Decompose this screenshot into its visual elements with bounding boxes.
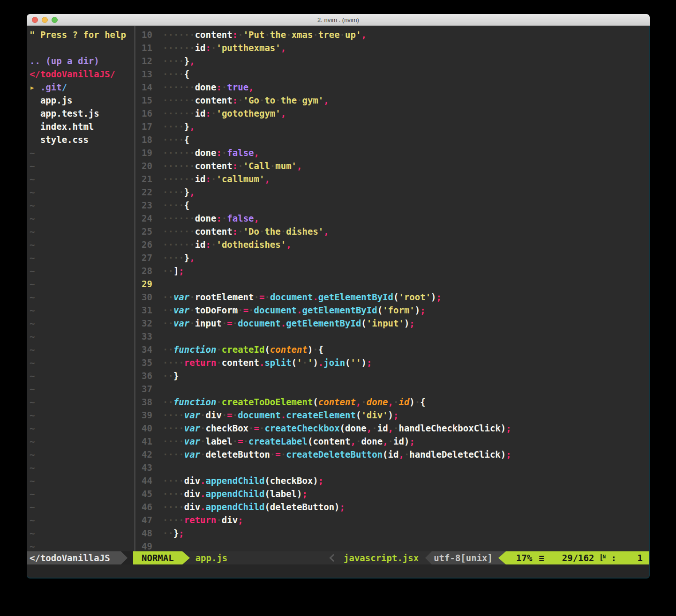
tree-row: ~ — [30, 356, 134, 369]
tree-row: ~ — [30, 290, 134, 304]
line-number: 28 — [135, 264, 152, 277]
code-line-38[interactable]: 38··function·createToDoElement(content,·… — [135, 395, 649, 408]
column-number: 1 — [638, 551, 643, 564]
line-number: 41 — [135, 435, 152, 448]
line-number: 17 — [135, 120, 152, 133]
code-line-41[interactable]: 41····var·label·=·createLabel(content,·d… — [135, 435, 649, 448]
code-line-19[interactable]: 19······done:·false, — [135, 146, 649, 159]
code-line-25[interactable]: 25······content:·'Do·the·dishes', — [135, 225, 649, 238]
code-line-40[interactable]: 40····var·checkBox·=·createCheckbox(done… — [135, 422, 649, 435]
tree-row: ~ — [30, 304, 134, 317]
code-line-12[interactable]: 12····}, — [135, 54, 649, 67]
tree-row: ~ — [30, 264, 134, 277]
code-line-24[interactable]: 24······done:·false, — [135, 212, 649, 225]
line-number: 38 — [135, 395, 152, 408]
code-line-27[interactable]: 27····}, — [135, 251, 649, 264]
powerline-arrow-icon — [425, 551, 432, 564]
code-line-45[interactable]: 45····div.appendChild(label); — [135, 487, 649, 500]
code-line-18[interactable]: 18····{ — [135, 133, 649, 146]
code-line-43[interactable]: 43 — [135, 461, 649, 474]
statusline-encoding: utf-8[unix] — [432, 551, 498, 564]
line-number: 16 — [135, 107, 152, 120]
tree-item[interactable]: ▸ .git/ — [30, 81, 134, 94]
tree-row: ~ — [30, 527, 134, 540]
tree-row: ~ — [30, 225, 134, 238]
code-line-26[interactable]: 26······id:·'dothedishes', — [135, 238, 649, 251]
tree-row: ~ — [30, 330, 134, 343]
tree-row: ~ — [30, 422, 134, 435]
statusline-position: 17% ≡ 29/162 ⌊N : 1 — [506, 551, 649, 564]
tree-row: " Press ? for help — [30, 28, 134, 41]
powerline-arrow-icon — [498, 551, 506, 564]
code-line-32[interactable]: 32··var·input·=·document.getElementById(… — [135, 317, 649, 330]
nerdtree-file-explorer: " Press ? for help.. (up a dir)</todoVan… — [27, 26, 134, 551]
tree-item[interactable]: index.html — [30, 120, 134, 133]
tree-row: ~ — [30, 435, 134, 448]
code-line-42[interactable]: 42····var·deleteButton·=·createDeleteBut… — [135, 448, 649, 461]
line-number: 33 — [135, 330, 152, 343]
line-number: 23 — [135, 199, 152, 212]
cursor-position: 29/162 — [562, 551, 594, 564]
line-number: 31 — [135, 304, 152, 317]
code-buffer[interactable]: 10······content:·'Put·the·xmas·tree·up',… — [135, 26, 649, 551]
tree-row: ~ — [30, 369, 134, 382]
code-line-21[interactable]: 21······id:·'callmum', — [135, 172, 649, 186]
code-line-48[interactable]: 48··}; — [135, 527, 649, 540]
mode-indicator: NORMAL — [133, 551, 182, 564]
line-number: 42 — [135, 448, 152, 461]
code-line-22[interactable]: 22····}, — [135, 186, 649, 199]
line-number: 47 — [135, 513, 152, 527]
code-line-36[interactable]: 36··} — [135, 369, 649, 382]
tree-item[interactable]: .. (up a dir) — [30, 54, 134, 67]
tree-item[interactable]: app.test.js — [30, 107, 134, 120]
code-line-10[interactable]: 10······content:·'Put·the·xmas·tree·up', — [135, 28, 649, 41]
code-line-17[interactable]: 17····}, — [135, 120, 649, 133]
tree-row: ~ — [30, 277, 134, 290]
nvim-terminal: " Press ? for help.. (up a dir)</todoVan… — [27, 26, 650, 579]
tree-row: ~ — [30, 146, 134, 159]
line-number: 21 — [135, 172, 152, 186]
code-line-31[interactable]: 31··var·toDoForm·=·document.getElementBy… — [135, 304, 649, 317]
line-number: 15 — [135, 94, 152, 107]
code-line-47[interactable]: 47····return·div; — [135, 513, 649, 527]
code-line-37[interactable]: 37 — [135, 382, 649, 395]
code-line-39[interactable]: 39····var·div·=·document.createElement('… — [135, 408, 649, 422]
line-number: 43 — [135, 461, 152, 474]
code-line-34[interactable]: 34··function·createId(content)·{ — [135, 343, 649, 356]
line-number: 46 — [135, 500, 152, 513]
powerline-arrow-icon — [182, 551, 190, 564]
tree-row: ~ — [30, 408, 134, 422]
tree-item[interactable]: app.js — [30, 94, 134, 107]
code-line-30[interactable]: 30··var·rootElement·=·document.getElemen… — [135, 290, 649, 304]
code-line-16[interactable]: 16······id:·'gotothegym', — [135, 107, 649, 120]
tree-item[interactable]: style.css — [30, 133, 134, 146]
tree-row: ~ — [30, 186, 134, 199]
code-line-11[interactable]: 11······id:·'putthexmas', — [135, 41, 649, 54]
line-number: 49 — [135, 540, 152, 551]
code-line-29[interactable]: 29 — [135, 277, 649, 290]
line-number: 24 — [135, 212, 152, 225]
code-line-44[interactable]: 44····div.appendChild(checkBox); — [135, 474, 649, 487]
line-number: 27 — [135, 251, 152, 264]
line-number: 26 — [135, 238, 152, 251]
code-line-23[interactable]: 23····{ — [135, 199, 649, 212]
code-line-35[interactable]: 35····return·content.split('·').join('')… — [135, 356, 649, 369]
line-number: 30 — [135, 290, 152, 304]
line-number: 44 — [135, 474, 152, 487]
code-line-14[interactable]: 14······done:·true, — [135, 81, 649, 94]
code-line-13[interactable]: 13····{ — [135, 67, 649, 81]
line-number: 37 — [135, 382, 152, 395]
command-line[interactable] — [27, 564, 649, 578]
statusline-middle: app.js javascript.jsx — [190, 551, 426, 564]
tree-row: ~ — [30, 212, 134, 225]
code-line-28[interactable]: 28··]; — [135, 264, 649, 277]
statusline-filename: app.js — [195, 551, 228, 564]
code-line-15[interactable]: 15······content:·'Go·to·the·gym', — [135, 94, 649, 107]
tree-row: ~ — [30, 343, 134, 356]
tree-item[interactable]: </todoVanillaJS/ — [30, 67, 134, 81]
code-line-33[interactable]: 33 — [135, 330, 649, 343]
tree-row: ~ — [30, 317, 134, 330]
code-line-20[interactable]: 20······content:·'Call·mum', — [135, 159, 649, 172]
code-line-49[interactable]: 49 — [135, 540, 649, 551]
code-line-46[interactable]: 46····div.appendChild(deleteButton); — [135, 500, 649, 513]
